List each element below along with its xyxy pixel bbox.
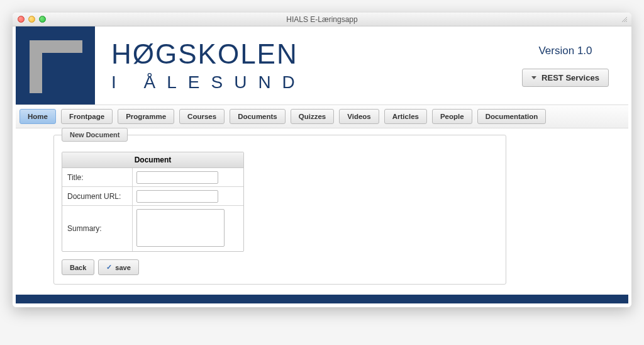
new-document-panel: New Document Document Title: Document UR… <box>53 135 506 285</box>
footer-strip <box>16 295 628 303</box>
tab-frontpage[interactable]: Frontpage <box>61 109 113 124</box>
tab-home[interactable]: Home <box>19 109 56 124</box>
save-button[interactable]: ✓ save <box>98 259 138 275</box>
version-text: Version 1.0 <box>538 45 592 57</box>
panel-tab[interactable]: New Document <box>62 128 128 142</box>
brand-line-2: I ÅLESUND <box>111 72 509 93</box>
tab-label: Documents <box>238 113 277 120</box>
button-row: Back ✓ save <box>62 259 498 275</box>
rest-services-label: REST Services <box>541 73 599 82</box>
title-input[interactable] <box>136 171 218 184</box>
form-header: Document <box>62 152 243 168</box>
rest-services-button[interactable]: REST Services <box>522 69 609 87</box>
tab-label: Programme <box>126 113 166 120</box>
tab-courses[interactable]: Courses <box>179 109 225 124</box>
tab-documents[interactable]: Documents <box>230 109 286 124</box>
document-form: Document Title: Document URL: <box>62 152 244 252</box>
url-field-cell <box>133 188 243 205</box>
check-icon: ✓ <box>106 263 112 271</box>
tab-videos[interactable]: Videos <box>339 109 379 124</box>
tab-label: Articles <box>392 113 419 120</box>
form-row-title: Title: <box>62 168 243 187</box>
tab-people[interactable]: People <box>432 109 472 124</box>
tab-quizzes[interactable]: Quizzes <box>291 109 334 124</box>
logo-block <box>16 26 95 105</box>
header: HØGSKOLEN I ÅLESUND Version 1.0 REST Ser… <box>16 26 628 105</box>
tabstrip: Home Frontpage Programme Courses Documen… <box>16 105 628 128</box>
tab-label: Home <box>28 113 48 120</box>
titlebar: HIALS E-Læringsapp <box>13 13 631 26</box>
url-label: Document URL: <box>62 187 133 205</box>
tab-label: Quizzes <box>299 113 326 120</box>
url-input[interactable] <box>136 190 218 203</box>
window-title: HIALS E-Læringsapp <box>13 15 631 24</box>
save-button-label: save <box>115 264 130 271</box>
tab-programme[interactable]: Programme <box>118 109 174 124</box>
tab-label: Frontpage <box>69 113 104 120</box>
title-label: Title: <box>62 168 133 186</box>
form-row-summary: Summary: <box>62 206 243 251</box>
header-right: Version 1.0 REST Services <box>509 26 628 105</box>
brand-line-1: HØGSKOLEN <box>111 38 509 70</box>
title-field-cell <box>133 169 243 186</box>
tab-label: Courses <box>187 113 216 120</box>
tab-label: Videos <box>347 113 371 120</box>
brand: HØGSKOLEN I ÅLESUND <box>95 26 509 105</box>
back-button[interactable]: Back <box>62 259 94 275</box>
summary-textarea[interactable] <box>136 209 225 247</box>
back-button-label: Back <box>70 264 86 271</box>
chevron-down-icon <box>531 76 536 79</box>
summary-field-cell <box>133 207 243 251</box>
app-window: HIALS E-Læringsapp HØGSKOLEN I ÅLESUND V… <box>13 13 631 307</box>
tab-label: People <box>440 113 464 120</box>
content: HØGSKOLEN I ÅLESUND Version 1.0 REST Ser… <box>13 26 631 307</box>
main-area: New Document Document Title: Document UR… <box>16 128 628 295</box>
resize-icon <box>620 15 629 24</box>
summary-label: Summary: <box>62 206 133 251</box>
tab-documentation[interactable]: Documentation <box>477 109 547 124</box>
form-row-url: Document URL: <box>62 187 243 206</box>
tab-articles[interactable]: Articles <box>384 109 427 124</box>
tab-label: Documentation <box>486 113 538 120</box>
